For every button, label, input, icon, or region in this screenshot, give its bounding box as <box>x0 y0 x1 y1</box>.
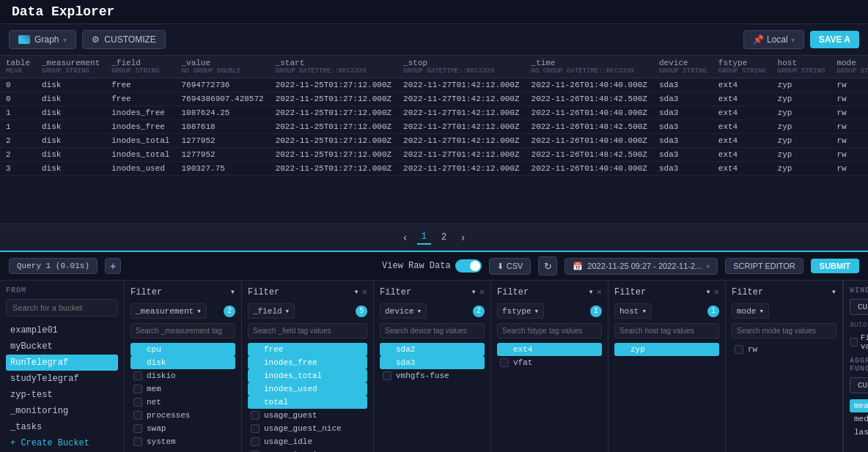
filter4-tag-selector[interactable]: fstype ▾ <box>497 303 544 319</box>
filter2-opt-inodes-used[interactable]: inodes_used <box>248 382 367 396</box>
filter1-check-disk <box>133 358 142 367</box>
submit-button[interactable]: SUBMIT <box>811 259 859 273</box>
filter3-opt-sda2[interactable]: sda2 <box>380 343 485 356</box>
filter1-opt-net[interactable]: net <box>130 396 235 409</box>
filter6-check-rw <box>735 345 743 354</box>
filter4-close[interactable]: ✕ <box>597 286 602 297</box>
query-label: Query 1 (0.01s) <box>17 262 89 270</box>
bucket-tasks[interactable]: _tasks <box>6 419 118 435</box>
filter1-opt-diskio[interactable]: diskio <box>130 369 235 382</box>
filter1-tag-row: _measurement ▾ 2 <box>130 303 235 319</box>
filter6-dropdown[interactable]: ▾ <box>831 286 836 297</box>
bucket-mybucket[interactable]: myBucket <box>6 338 118 355</box>
local-button[interactable]: 📌 Local ▾ <box>743 30 804 49</box>
agg-median[interactable]: median <box>850 412 868 426</box>
agg-mean[interactable]: mean <box>850 399 868 412</box>
next-page-button[interactable]: › <box>457 230 469 245</box>
agg-last[interactable]: last <box>850 426 868 439</box>
filter2-opt-total[interactable]: total <box>248 396 367 409</box>
gear-icon: ⚙ <box>92 34 100 45</box>
filter4-opt-ext4[interactable]: ext4 <box>497 343 602 356</box>
filter2-opt-usage-guest-nice[interactable]: usage_guest_nice <box>248 422 367 435</box>
filter2-opt-free[interactable]: free <box>248 343 367 356</box>
filter5-opt-zyp[interactable]: zyp <box>614 343 719 356</box>
filter3-search[interactable] <box>380 323 485 338</box>
save-button[interactable]: SAVE A <box>810 31 859 48</box>
col-value: _value NO GROUP DOUBLE <box>175 56 269 78</box>
window-period-custom[interactable]: CUSTOM <box>850 299 868 315</box>
filter2-opt-usage-iowait[interactable]: usage_iowait <box>248 448 367 452</box>
filter2-tag-selector[interactable]: _field ▾ <box>248 303 295 319</box>
aggregate-custom[interactable]: CUSTOM <box>850 377 868 393</box>
create-bucket-button[interactable]: + Create Bucket <box>6 435 118 451</box>
customize-button[interactable]: ⚙ CUSTOMIZE <box>82 30 165 49</box>
fill-missing-checkbox[interactable] <box>850 338 858 347</box>
filter1-search[interactable] <box>130 323 235 338</box>
filter5-search[interactable] <box>614 323 719 338</box>
filter1-opt-mem[interactable]: mem <box>130 382 235 396</box>
bucket-monitoring[interactable]: _monitoring <box>6 403 118 419</box>
bucket-runtelegraf[interactable]: RunTelegraf <box>6 355 118 371</box>
filter2-opt-usage-idle[interactable]: usage_idle <box>248 435 367 448</box>
filter-panel-fstype: Filter ▾ ✕ fstype ▾ 1 ext4 vfat <box>491 281 608 452</box>
col-stop: _stop GROUP DATETIME::RFC3339 <box>397 56 525 78</box>
filter2-opt-inodes-free[interactable]: inodes_free <box>248 356 367 369</box>
view-raw-toggle-area: View Raw Data <box>382 259 482 273</box>
filter5-dropdown[interactable]: ▾ <box>706 286 711 297</box>
filter2-search[interactable] <box>248 323 367 338</box>
filter1-dropdown[interactable]: ▾ <box>230 286 235 297</box>
filter1-opt-cpu[interactable]: cpu <box>130 343 235 356</box>
filter6-tag-selector[interactable]: mode ▾ <box>732 303 769 319</box>
filter2-opt-usage-guest[interactable]: usage_guest <box>248 409 367 422</box>
col-measurement: _measurement GROUP STRING <box>36 56 106 78</box>
graph-icon <box>18 35 30 44</box>
bucket-search-input[interactable] <box>6 299 118 316</box>
add-query-button[interactable]: + <box>105 258 121 274</box>
query-tab[interactable]: Query 1 (0.01s) <box>9 258 98 274</box>
filter1-opt-disk[interactable]: disk <box>130 356 235 369</box>
filter1-opt-processes[interactable]: processes <box>130 409 235 422</box>
view-raw-toggle[interactable] <box>455 259 482 273</box>
filter6-tag-label: mode <box>737 307 756 316</box>
col-start: _start GROUP DATETIME::RFC3339 <box>270 56 397 78</box>
col-field: _field GROUP STRING <box>106 56 175 78</box>
csv-button[interactable]: ⬇ CSV <box>489 258 532 275</box>
filter2-opt-inodes-total[interactable]: inodes_total <box>248 369 367 382</box>
filter3-dropdown[interactable]: ▾ <box>471 286 477 297</box>
filter5-tag-selector[interactable]: host ▾ <box>614 303 652 319</box>
filter3-tag-selector[interactable]: device ▾ <box>380 303 427 319</box>
graph-button[interactable]: Graph ▾ <box>9 30 76 49</box>
bucket-studytelegraf[interactable]: studyTelegraf <box>6 371 118 387</box>
refresh-button[interactable]: ↻ <box>538 256 557 275</box>
filter3-opt-vmhgfs[interactable]: vmhgfs-fuse <box>380 369 485 382</box>
filter1-title: Filter <box>130 287 162 297</box>
page-1[interactable]: 1 <box>417 230 431 245</box>
filter4-search[interactable] <box>497 323 602 338</box>
page-2[interactable]: 2 <box>437 231 451 244</box>
filter2-close[interactable]: ✕ <box>362 286 367 297</box>
table-row: 3diskinodes_used190327.752022-11-25T01:2… <box>0 162 868 176</box>
filter4-dropdown[interactable]: ▾ <box>589 286 594 297</box>
filter6-search[interactable] <box>732 323 836 338</box>
filter2-check-inodes-used <box>251 385 260 393</box>
filter5-close[interactable]: ✕ <box>714 286 719 297</box>
bucket-example01[interactable]: example01 <box>6 322 118 338</box>
filter5-check-zyp <box>617 345 626 354</box>
date-range-button[interactable]: 📅 2022-11-25 09:27 - 2022-11-2... ▾ <box>564 258 718 275</box>
filter6-opt-rw[interactable]: rw <box>732 343 836 356</box>
filter4-opt-vfat[interactable]: vfat <box>497 356 602 369</box>
filter3-opt-sda3[interactable]: sda3 <box>380 356 485 369</box>
filter1-opt-system[interactable]: system <box>130 435 235 448</box>
view-raw-label: View Raw Data <box>382 261 451 271</box>
filter2-dropdown[interactable]: ▾ <box>354 286 359 297</box>
prev-page-button[interactable]: ‹ <box>399 230 411 245</box>
filter3-check-sda2 <box>383 345 391 354</box>
filter1-opt-swap[interactable]: swap <box>130 422 235 435</box>
filter3-close[interactable]: ✕ <box>479 286 485 297</box>
bucket-zyp-test[interactable]: zyp-test <box>6 387 118 403</box>
filter-panel-measurement: Filter ▾ _measurement ▾ 2 cpu disk diski… <box>125 281 242 452</box>
script-editor-button[interactable]: SCRIPT EDITOR <box>725 258 803 274</box>
filter1-tag-selector[interactable]: _measurement ▾ <box>130 303 207 319</box>
filter1-check-processes <box>133 411 142 420</box>
bucket-list: example01 myBucket RunTelegraf studyTele… <box>6 322 118 451</box>
